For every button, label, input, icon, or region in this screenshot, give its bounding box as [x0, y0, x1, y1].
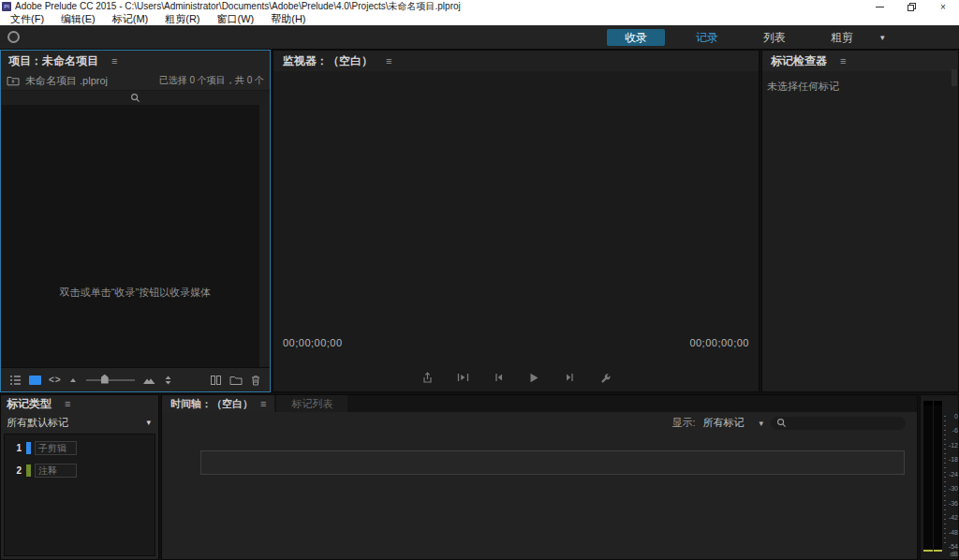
creative-cloud-icon[interactable] [7, 31, 20, 43]
show-label: 显示: [671, 416, 695, 430]
workspace-tab-logging[interactable]: 记录 [676, 29, 738, 46]
thumbnail-view-icon[interactable] [29, 376, 41, 385]
marker-inspector-header[interactable]: 标记检查器 ≡ [762, 51, 958, 71]
step-forward-icon[interactable] [563, 371, 576, 384]
project-list-scrollbar[interactable] [259, 105, 270, 367]
marker-color-chip [26, 442, 31, 454]
audio-meter-bars [923, 401, 942, 552]
search-icon [776, 418, 787, 428]
zoom-out-icon[interactable] [69, 376, 78, 384]
marker-hotkey: 1 [5, 443, 22, 453]
panel-menu-icon[interactable]: ≡ [111, 56, 117, 66]
project-panel: 项目：未命名项目 ≡ 未命名项目 .plproj 已选择 0 个项目，共 0 个… [0, 50, 271, 392]
application-window: Pl Adobe Prelude CC 2015 - C:\Users\Admi… [0, 0, 959, 560]
play-in-to-out-icon[interactable] [456, 371, 469, 384]
project-empty-hint: 双击或单击“收录”按钮以收录媒体 [1, 286, 270, 300]
duration-timecode: 00;00;00;00 [689, 337, 749, 348]
trash-icon[interactable] [250, 375, 261, 386]
project-search-input[interactable] [1, 90, 270, 105]
transport-controls [273, 367, 759, 388]
minimize-icon[interactable] [863, 0, 895, 13]
marker-label-field[interactable]: 注释 [35, 464, 77, 478]
marker-type-panel: 标记类型 ≡ 所有默认标记 ▾ 1 子剪辑 2 注释 [0, 394, 159, 560]
marker-inspector-title: 标记检查器 [771, 53, 827, 69]
marker-type-title: 标记类型 [7, 396, 52, 412]
window-controls: × [863, 0, 959, 13]
chevron-down-icon: ▾ [759, 419, 763, 428]
meter-channel-right [934, 401, 943, 552]
workspace-tab-ingest[interactable]: 收录 [607, 29, 665, 46]
tab-timeline[interactable]: 时间轴：（空白） ≡ [162, 395, 274, 412]
panel-menu-icon[interactable]: ≡ [65, 399, 70, 409]
menu-window[interactable]: 窗口(W) [209, 13, 263, 25]
current-timecode[interactable]: 00;00;00;00 [283, 337, 343, 348]
marker-type-header[interactable]: 标记类型 ≡ [1, 395, 158, 413]
sort-order-icon[interactable] [163, 375, 173, 386]
menu-roughcut[interactable]: 粗剪(R) [156, 13, 208, 25]
marker-label-field[interactable]: 子剪辑 [35, 441, 77, 455]
step-back-icon[interactable] [492, 371, 505, 384]
zoom-in-icon[interactable] [143, 376, 155, 385]
marker-inspector-panel: 标记检查器 ≡ 未选择任何标记 [761, 50, 959, 392]
prelude-app-icon: Pl [2, 2, 11, 11]
timeline-search-input[interactable] [771, 417, 906, 430]
thumbnail-size-slider[interactable] [86, 379, 135, 381]
monitor-panel-title: 监视器：（空白） [283, 53, 373, 69]
workspace-tab-roughcut[interactable]: 粗剪 [811, 29, 873, 46]
new-bin-folder-icon[interactable] [229, 375, 243, 386]
inspector-scrollbar[interactable] [952, 69, 957, 86]
monitor-panel: 监视器：（空白） ≡ 00;00;00;00 00;00;00;00 [273, 50, 760, 392]
selection-status: 已选择 0 个项目，共 0 个 [159, 74, 264, 87]
panel-menu-icon[interactable]: ≡ [260, 399, 266, 409]
app-bar: 收录 记录 列表 粗剪 ▾ [0, 25, 959, 50]
timeline-panel: 时间轴：（空白） ≡ 标记列表 显示: 所有标记 ▾ [161, 394, 918, 560]
marker-type-row-comment[interactable]: 2 注释 [5, 462, 155, 479]
title-bar: Pl Adobe Prelude CC 2015 - C:\Users\Admi… [0, 0, 959, 13]
menu-bar: 文件(F) 编辑(E) 标记(M) 粗剪(R) 窗口(W) 帮助(H) [0, 13, 959, 25]
marker-filter-value: 所有默认标记 [7, 416, 68, 430]
marker-type-row-subclip[interactable]: 1 子剪辑 [5, 439, 155, 457]
menu-marker[interactable]: 标记(M) [104, 13, 157, 25]
menu-help[interactable]: 帮助(H) [262, 13, 314, 25]
marker-inspector-empty-text: 未选择任何标记 [762, 71, 958, 94]
marker-type-list: 1 子剪辑 2 注释 [4, 434, 155, 556]
export-frame-icon[interactable] [420, 371, 434, 384]
menu-edit[interactable]: 编辑(E) [52, 13, 104, 25]
marker-show-value: 所有标记 [702, 416, 744, 430]
timeline-controls: 显示: 所有标记 ▾ [162, 412, 917, 434]
project-item-list[interactable]: 双击或单击“收录”按钮以收录媒体 [1, 105, 270, 367]
chevron-down-icon: ▾ [146, 418, 151, 427]
marker-filter-dropdown[interactable]: 所有默认标记 ▾ [1, 413, 158, 432]
timeline-tab-row: 时间轴：（空白） ≡ 标记列表 [162, 395, 917, 412]
window-title: Adobe Prelude CC 2015 - C:\Users\Adminis… [15, 0, 461, 13]
menu-file[interactable]: 文件(F) [2, 13, 52, 25]
monitor-panel-header[interactable]: 监视器：（空白） ≡ [273, 51, 759, 71]
workspace-chevron-down-icon[interactable]: ▾ [880, 29, 885, 46]
marker-color-chip [26, 464, 31, 477]
tab-marker-list[interactable]: 标记列表 [276, 395, 347, 412]
project-file-row[interactable]: 未命名项目 .plproj 已选择 0 个项目，共 0 个 [1, 71, 270, 90]
marker-show-dropdown[interactable]: 所有标记 ▾ [702, 416, 763, 430]
close-icon[interactable]: × [927, 0, 959, 13]
meter-channel-left [923, 401, 933, 552]
marker-hotkey: 2 [5, 465, 22, 476]
project-panel-header[interactable]: 项目：未命名项目 ≡ [1, 51, 270, 71]
restore-icon[interactable] [895, 0, 927, 13]
project-file-name: 未命名项目 .plproj [25, 74, 108, 88]
panel-menu-icon[interactable]: ≡ [386, 56, 391, 66]
metadata-toggle-icon[interactable]: <> [49, 375, 62, 385]
play-icon[interactable] [527, 371, 540, 384]
audio-meter-panel[interactable]: 0 -6 -12 -18 -24 -30 -36 -42 -48 -54 dB [920, 394, 959, 560]
list-view-icon[interactable] [9, 375, 22, 386]
monitor-settings-wrench-icon[interactable] [598, 371, 612, 384]
project-toolbar: <> [1, 367, 270, 391]
ingest-files-icon[interactable] [210, 375, 222, 386]
timeline-empty-track[interactable] [200, 450, 905, 475]
meter-scale-labels: 0 -6 -12 -18 -24 -30 -36 -42 -48 -54 dB [946, 395, 959, 559]
folder-up-icon[interactable] [7, 75, 20, 86]
search-icon [130, 93, 140, 103]
workspace-tab-list[interactable]: 列表 [744, 29, 805, 46]
timeline-tab-label: 时间轴：（空白） [170, 397, 253, 411]
panel-menu-icon[interactable]: ≡ [840, 56, 846, 66]
project-panel-title: 项目：未命名项目 [8, 53, 98, 69]
